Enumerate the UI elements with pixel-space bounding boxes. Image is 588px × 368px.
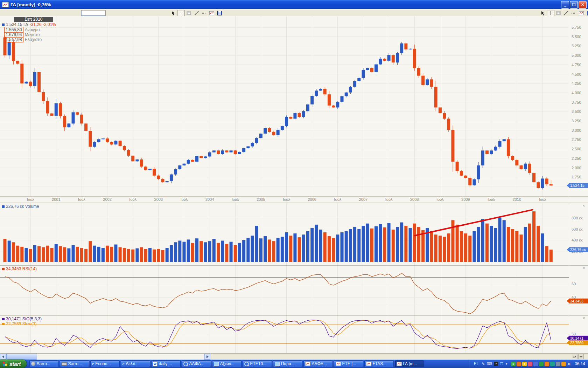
volume-bar xyxy=(272,241,275,262)
tray-icon-6[interactable] xyxy=(539,362,544,366)
symbol-input[interactable] xyxy=(81,10,106,16)
tray-icon-7[interactable] xyxy=(545,362,549,366)
candle xyxy=(140,159,143,166)
candle xyxy=(366,68,369,70)
candle xyxy=(306,104,309,111)
chart-area[interactable]: 5.7505.5005.2505.0004.7504.5004.2504.000… xyxy=(0,16,588,353)
dropdown-arrow-icon[interactable]: ▼ xyxy=(505,362,508,366)
tray-icon-3[interactable]: ! xyxy=(522,362,527,366)
corner-button-2[interactable]: ◂▸ xyxy=(578,354,584,359)
volume-bar xyxy=(490,226,493,262)
crosshair-tool-button[interactable] xyxy=(547,10,554,16)
mon-icon xyxy=(275,362,280,366)
tray-icon-5[interactable] xyxy=(533,362,538,366)
language-indicator[interactable]: EL xyxy=(472,361,480,366)
x-axis-label: Ιούλ xyxy=(539,197,546,202)
rsi-value-tag-text: 34,3453 xyxy=(570,299,583,303)
volume-bar xyxy=(285,232,288,262)
volume-bar xyxy=(409,228,412,262)
candle xyxy=(430,79,433,87)
close-button[interactable]: ✕ xyxy=(579,1,587,9)
candle xyxy=(67,123,70,127)
price-tick-label: 2.000 xyxy=(572,166,581,170)
chart-tool-button[interactable] xyxy=(208,10,216,16)
taskbar-button-12[interactable]: FTAS... xyxy=(364,360,394,367)
scrollbar-thumb[interactable] xyxy=(6,354,37,360)
crosshair-tool-button[interactable] xyxy=(177,10,185,16)
chart-tool-button[interactable] xyxy=(578,10,585,16)
taskbar-button-8[interactable]: ΕΤΕ10... xyxy=(243,360,272,367)
save-tool-button[interactable] xyxy=(585,10,588,16)
volume-bar xyxy=(379,224,382,262)
volume-bar xyxy=(353,227,356,262)
volume-bar xyxy=(374,226,378,262)
start-button[interactable]: start xyxy=(0,360,27,368)
help-icon[interactable]: ? xyxy=(494,362,498,366)
dotted-line-tool-button[interactable] xyxy=(200,10,208,16)
pointer-tool-button[interactable] xyxy=(539,10,547,16)
taskbar-button-6[interactable]: ΑΛΦΑ... xyxy=(182,360,211,367)
maximize-button[interactable]: ❐ xyxy=(570,1,578,9)
volume-bar xyxy=(306,231,309,262)
volume-bar xyxy=(362,226,365,262)
volume-bar xyxy=(336,234,339,262)
candle xyxy=(24,82,28,83)
volume-bar xyxy=(225,244,228,262)
taskbar-button-1[interactable]: Sarro... xyxy=(29,360,59,367)
scroll-left-button[interactable] xyxy=(0,354,6,360)
tray-icon-9[interactable] xyxy=(556,362,560,366)
volume-bar xyxy=(217,243,220,262)
tray-icon-1[interactable]: x xyxy=(511,362,516,366)
volume-bar xyxy=(447,233,450,262)
volume-bar xyxy=(328,236,331,262)
price-chart-canvas[interactable]: 5.7505.5005.2505.0004.7504.5004.2504.000… xyxy=(0,16,588,353)
taskbar-button-5[interactable]: Wdaily ... xyxy=(151,360,181,367)
dotted-line-tool-button[interactable] xyxy=(570,10,578,16)
toolbar xyxy=(0,9,588,16)
pointer-icon xyxy=(171,11,175,16)
volume-bar xyxy=(84,249,88,262)
volume-bar xyxy=(460,231,463,262)
task-buttons: Sarro...Sarro...eEcono...eΔελτί...Wdaily… xyxy=(29,360,424,367)
minimize-button[interactable]: _ xyxy=(561,1,569,9)
volume-bar xyxy=(246,238,250,262)
taskbar-button-10[interactable]: ΑΛΦΑ... xyxy=(303,360,333,367)
volume-bar xyxy=(135,248,139,262)
taskbar-button-3[interactable]: eEcono... xyxy=(90,360,120,367)
trendline-tool-button[interactable] xyxy=(192,10,200,16)
candle xyxy=(349,87,352,93)
tray-icon-2[interactable] xyxy=(517,362,521,366)
taskbar-button-11[interactable]: ΕΤΕ [... xyxy=(334,360,363,367)
volume-panel-close-icon[interactable]: × xyxy=(582,204,586,208)
taskbar-button-4[interactable]: eΔελτί... xyxy=(121,360,150,367)
volume-bar xyxy=(494,228,497,262)
taskbar-button-2[interactable]: Sarro... xyxy=(60,360,89,367)
legend-close-value: 1.524,15 ΓΔ xyxy=(6,22,28,27)
tray-icon-8[interactable] xyxy=(550,362,555,366)
keyboard-icon[interactable]: ⌨ xyxy=(486,362,492,366)
candle xyxy=(336,102,339,108)
legend-close-line: 1.524,15 ΓΔ -31,26 -2,01% xyxy=(2,22,56,27)
tray-icon-10[interactable] xyxy=(561,362,566,366)
scroll-right-button[interactable] xyxy=(204,354,210,360)
tray-icon-11[interactable]: R xyxy=(567,362,572,366)
save-tool-button[interactable] xyxy=(216,10,223,16)
pen-icon[interactable]: ✎ xyxy=(482,362,485,366)
taskbar-button-9[interactable]: Παρα... xyxy=(273,360,302,367)
corner-button-1[interactable]: ▴▾ xyxy=(572,354,578,359)
taskbar-button-7[interactable]: Αξιών... xyxy=(212,360,241,367)
volume-bar xyxy=(114,245,117,262)
box-tool-button[interactable] xyxy=(185,10,192,16)
box-tool-button[interactable] xyxy=(554,10,562,16)
taskbar-button-13[interactable]: ΓΔ [m... xyxy=(395,360,424,367)
taskbar-clock[interactable]: 06:14 xyxy=(575,361,585,366)
restore-window-icon[interactable]: ❐ xyxy=(500,362,503,366)
candle xyxy=(106,138,109,142)
stochastic-panel-close-icon[interactable]: × xyxy=(582,316,586,321)
candle xyxy=(29,82,32,86)
rsi-panel-close-icon[interactable]: × xyxy=(582,266,586,271)
box-icon xyxy=(187,11,191,15)
trendline-tool-button[interactable] xyxy=(562,10,570,16)
tray-icon-4[interactable] xyxy=(528,362,532,366)
pointer-tool-button[interactable] xyxy=(169,10,177,16)
